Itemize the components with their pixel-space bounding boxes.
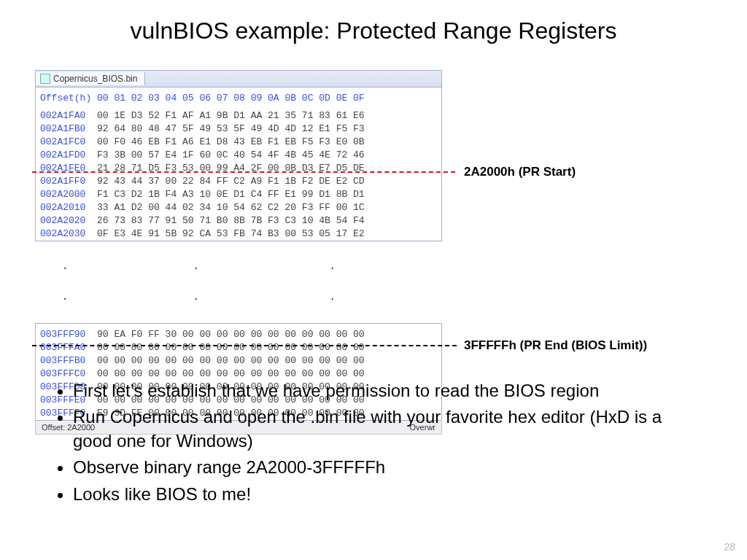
file-icon [40,74,50,84]
slide-title: vulnBIOS example: Protected Range Regist… [0,0,747,52]
hex-row: 002A1FF092 43 44 37 00 22 84 FF C2 A9 F1… [40,175,440,188]
hex-row: 002A1FB092 64 80 48 47 5F 49 53 5F 49 4D… [40,122,440,136]
hex-row: 002A1FD0F3 3B 00 57 E4 1F 60 0C 40 54 4F… [40,149,440,162]
pr-end-line [32,345,457,346]
hex-row: 003FFFB000 00 00 00 00 00 00 00 00 00 00… [40,354,440,368]
hex-top-block: Offset(h)00 01 02 03 04 05 06 07 08 09 0… [35,88,442,241]
col-header: 00 01 02 03 04 05 06 07 08 09 0A 0B 0C 0… [97,93,365,104]
pr-start-line [32,171,455,173]
ellipsis: . . . . . . [39,241,442,323]
tab-filename: Copernicus_BIOS.bin [53,74,137,84]
list-item: Run Copernicus and open the .bin file wi… [73,405,694,453]
page-number: 28 [724,541,735,553]
hex-row: 002A201033 A1 D2 00 44 02 34 10 54 62 C2… [40,201,440,214]
pr-start-label: 2A2000h (PR Start) [464,165,576,179]
hex-row: 002A20300F E3 4E 91 5B 92 CA 53 FB 74 B3… [40,228,440,241]
hex-row: 003FFFA000 00 00 00 00 00 00 00 00 00 00… [40,341,440,354]
hex-row: 002A1FC000 F0 46 EB F1 A6 E1 D8 43 EB F1… [40,136,440,149]
editor-tabbar: Copernicus_BIOS.bin [35,70,442,88]
pr-end-label: 3FFFFFh (PR End (BIOS Limit)) [464,338,647,353]
hex-row: 002A1FA000 1E D3 52 F1 AF A1 9B D1 AA 21… [40,109,440,122]
list-item: Looks like BIOS to me! [73,483,694,506]
list-item: First let’s establish that we have permi… [73,379,694,402]
hex-row: 003FFF9090 EA F0 FF 30 00 00 00 00 00 00… [40,328,440,341]
list-item: Observe binary range 2A2000-3FFFFFh [73,456,694,479]
bullet-list: First let’s establish that we have permi… [53,379,694,509]
file-tab[interactable]: Copernicus_BIOS.bin [36,72,145,85]
hex-row: 002A2000F1 C3 D2 1B F4 A3 10 0E D1 C4 FF… [40,188,440,201]
hex-row: 002A1FE021 28 71 D5 F3 53 00 99 A4 2F 00… [40,162,440,175]
hex-row: 002A202026 73 83 77 91 50 71 B0 8B 7B F3… [40,214,440,228]
offset-header: Offset(h) [40,92,97,105]
